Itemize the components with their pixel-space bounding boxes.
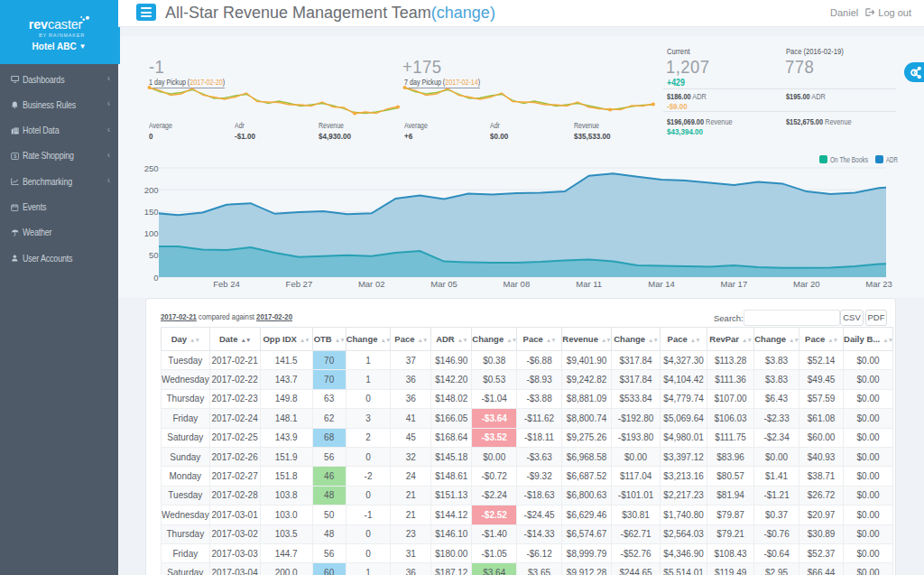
svg-text:150: 150 bbox=[144, 207, 159, 217]
svg-text:100: 100 bbox=[144, 228, 159, 238]
svg-text:0: 0 bbox=[153, 273, 158, 283]
svg-text:Feb 27: Feb 27 bbox=[286, 279, 313, 289]
svg-text:Feb 24: Feb 24 bbox=[213, 279, 240, 289]
svg-text:Mar 02: Mar 02 bbox=[358, 279, 385, 289]
svg-text:Mar 05: Mar 05 bbox=[430, 279, 457, 289]
svg-text:Mar 20: Mar 20 bbox=[793, 279, 820, 289]
svg-text:On The Books: On The Books bbox=[830, 155, 868, 164]
svg-text:$: $ bbox=[14, 153, 17, 159]
svg-text:Mar 14: Mar 14 bbox=[648, 279, 675, 289]
svg-text:Mar 23: Mar 23 bbox=[865, 279, 892, 289]
svg-text:Mar 08: Mar 08 bbox=[504, 279, 531, 289]
svg-text:Mar 11: Mar 11 bbox=[576, 279, 602, 289]
svg-text:Mar 17: Mar 17 bbox=[721, 279, 748, 289]
svg-text:ADR: ADR bbox=[886, 155, 898, 164]
svg-text:200: 200 bbox=[144, 185, 159, 195]
svg-text:250: 250 bbox=[144, 163, 159, 173]
svg-text:50: 50 bbox=[149, 250, 159, 260]
